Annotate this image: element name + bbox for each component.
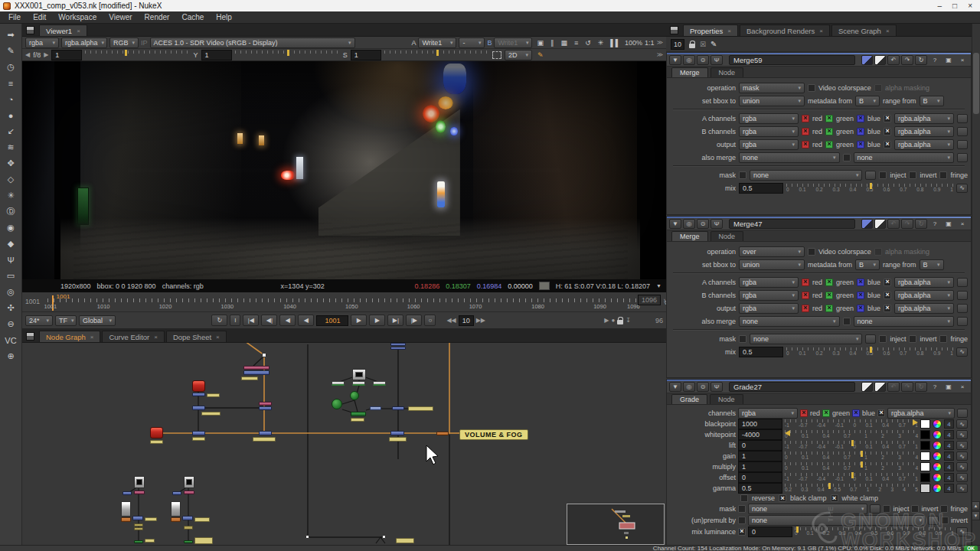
- green-checkbox[interactable]: [825, 279, 833, 286]
- revert-icon[interactable]: ↻: [915, 55, 927, 65]
- unpremult-link-button[interactable]: [928, 516, 939, 525]
- frame-step-fwd-icon[interactable]: ▶▶: [476, 317, 485, 324]
- alpha-select[interactable]: rgba.alpha: [887, 408, 955, 419]
- clear-panels-icon[interactable]: ☒: [700, 41, 706, 48]
- tab-node[interactable]: Node: [710, 67, 744, 77]
- fringe-checkbox[interactable]: [939, 335, 947, 343]
- channel-link-button[interactable]: [957, 291, 968, 300]
- output-select[interactable]: rgba: [739, 139, 799, 150]
- node-retime[interactable]: [192, 393, 205, 396]
- invert-checkbox[interactable]: [909, 335, 916, 343]
- close-button[interactable]: ×: [968, 2, 972, 10]
- node-viewer-monitor[interactable]: [352, 369, 366, 380]
- toolsets-icon[interactable]: Ψ: [0, 252, 21, 268]
- pin-icon[interactable]: ⊙: [697, 382, 709, 392]
- menu-viewer[interactable]: Viewer: [103, 12, 137, 22]
- wrench-icon[interactable]: Ψ: [710, 55, 723, 65]
- node-merge-c[interactable]: [392, 406, 404, 410]
- node-precomp-a[interactable]: [134, 476, 145, 488]
- center-node-icon[interactable]: ◎: [683, 382, 695, 392]
- prev-keyframe-button[interactable]: ◀|: [261, 315, 277, 326]
- lock-range-icon[interactable]: [617, 320, 623, 324]
- tab-merge[interactable]: Merge: [671, 67, 708, 77]
- gain-slider[interactable]: [85, 50, 190, 60]
- operation-select[interactable]: over: [739, 246, 805, 257]
- gain-prev-icon[interactable]: ◀: [25, 51, 30, 58]
- menu-help[interactable]: Help: [211, 12, 237, 22]
- inject-checkbox[interactable]: [883, 505, 890, 513]
- viewer-colorspace-select[interactable]: ACES 1.0 - SDR Video (sRGB - Display): [150, 37, 355, 48]
- blue-checkbox[interactable]: [857, 115, 864, 122]
- tab-node[interactable]: Node: [710, 394, 743, 404]
- gain-field[interactable]: 1: [51, 50, 82, 60]
- node-name-field[interactable]: Grade27: [729, 382, 855, 392]
- black-clamp-checkbox[interactable]: [779, 494, 786, 502]
- collapse-chevron2-icon[interactable]: ≫: [657, 51, 663, 58]
- dock-icon[interactable]: ↧: [626, 317, 631, 324]
- mix-luminance-slider[interactable]: 00.10.20.30.40.50.60.70.80.91: [795, 527, 954, 537]
- offset-slider[interactable]: -1-0.7-0.4-0.100.10.40.71: [785, 472, 918, 483]
- pin-icon[interactable]: ⊙: [697, 219, 709, 229]
- lift-field[interactable]: 0: [738, 440, 782, 451]
- curve-icon[interactable]: ∿: [956, 452, 968, 461]
- node-label-tag[interactable]: [150, 440, 163, 444]
- blue-checkbox[interactable]: [857, 279, 864, 286]
- views-icon[interactable]: ◉: [0, 220, 21, 236]
- node-switch-3[interactable]: [373, 381, 386, 386]
- refresh-icon[interactable]: ↺: [583, 39, 593, 47]
- annotate-pencil-icon[interactable]: ✎: [535, 51, 546, 59]
- green-checkbox[interactable]: [825, 128, 833, 135]
- node-label-tag[interactable]: [351, 418, 364, 422]
- pane-menu-icon[interactable]: [670, 26, 678, 34]
- channel-link-button[interactable]: [957, 409, 968, 418]
- 3d-icon[interactable]: ◇: [0, 171, 21, 187]
- draw-icon[interactable]: ✎: [0, 43, 21, 59]
- red-checkbox[interactable]: [802, 141, 809, 148]
- view-mode-select[interactable]: 2D: [505, 50, 532, 60]
- mask-link-button[interactable]: [865, 171, 876, 180]
- label-color-button[interactable]: [874, 219, 886, 229]
- node-label-tag[interactable]: [253, 437, 276, 442]
- also-merge-checkbox[interactable]: [843, 154, 851, 161]
- split-channels-button[interactable]: 4: [944, 473, 954, 482]
- scroll-thumb[interactable]: [973, 53, 979, 114]
- redo-icon[interactable]: ↷: [901, 219, 913, 229]
- color-wheel-icon[interactable]: [933, 484, 942, 493]
- b-channels-select[interactable]: rgba: [739, 126, 799, 137]
- tab-curve-editor[interactable]: Curve Editor ×: [102, 331, 164, 342]
- color-wheel-icon[interactable]: [933, 419, 942, 429]
- bbox-select[interactable]: union: [739, 96, 805, 106]
- output-alpha-select[interactable]: rgba.alpha: [894, 303, 954, 314]
- node-name-field[interactable]: Merge59: [729, 55, 855, 65]
- next-keyframe-button[interactable]: ▶|: [387, 315, 403, 326]
- alpha-checkbox[interactable]: [884, 128, 891, 135]
- particles-icon[interactable]: ✳: [0, 187, 21, 204]
- channel-link-button[interactable]: [957, 140, 968, 149]
- node-switch-1[interactable]: [332, 381, 345, 386]
- multiply-slider[interactable]: 00.10.40.71234: [785, 461, 918, 472]
- mask-select[interactable]: none: [748, 504, 867, 514]
- node-label-tag[interactable]: [408, 406, 433, 411]
- color-wheel-icon[interactable]: [933, 430, 942, 439]
- red-checkbox[interactable]: [802, 305, 809, 312]
- node-dot[interactable]: [262, 353, 266, 357]
- b-alpha-select[interactable]: rgba.alpha: [894, 126, 954, 137]
- layer-select[interactable]: rgba: [25, 37, 59, 48]
- node-pipe-dot[interactable]: [436, 432, 449, 435]
- mask-checkbox[interactable]: [739, 335, 746, 343]
- mask-select[interactable]: none: [750, 170, 862, 181]
- gamma-field[interactable]: 0.5: [738, 483, 782, 494]
- node-switch-2[interactable]: [352, 381, 365, 386]
- gain-field[interactable]: 1: [738, 451, 782, 461]
- saturation-slider[interactable]: [384, 50, 489, 60]
- tab-properties[interactable]: Properties×: [683, 24, 738, 36]
- node-transform[interactable]: [192, 406, 205, 410]
- unpremult-select[interactable]: none: [748, 515, 926, 526]
- filter-icon[interactable]: ●: [0, 107, 21, 123]
- alpha-checkbox[interactable]: [884, 292, 891, 299]
- channel-link-button[interactable]: [957, 153, 968, 162]
- color-swatch[interactable]: [920, 484, 930, 493]
- red-checkbox[interactable]: [802, 115, 809, 122]
- metadata-from-select[interactable]: B: [855, 96, 880, 106]
- tab-scene-graph[interactable]: Scene Graph×: [831, 24, 897, 36]
